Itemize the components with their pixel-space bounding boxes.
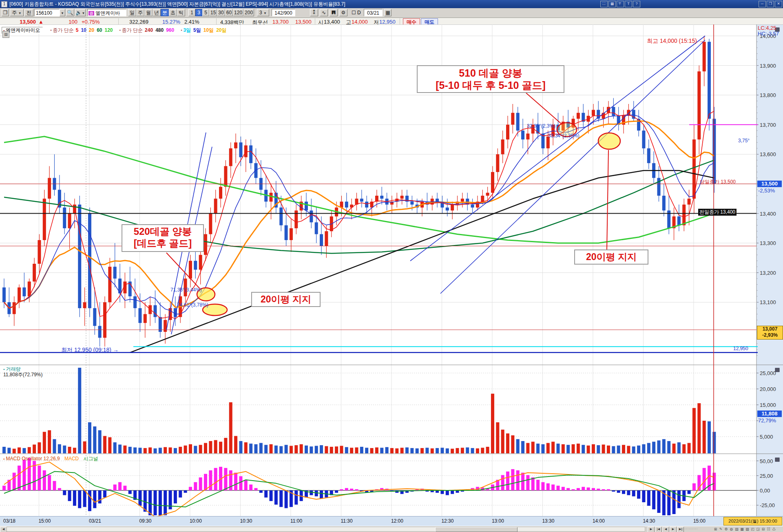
scroll-left-icon[interactable]: ◀ bbox=[0, 527, 7, 532]
statusbar-tool-icon[interactable]: ♺ bbox=[771, 527, 776, 532]
statusbar-tool-icon[interactable]: ⊞ bbox=[713, 527, 718, 532]
ma-legend-item: 20일 bbox=[216, 27, 226, 33]
interval-combo[interactable]: 3 ▼ bbox=[257, 9, 269, 16]
ma-legend-item: 3일 bbox=[183, 27, 191, 33]
period-button[interactable]: 년 bbox=[153, 9, 161, 16]
save-icon[interactable]: 🖪 bbox=[330, 9, 338, 16]
statusbar-tool-icon[interactable]: ⊟ bbox=[761, 527, 766, 532]
price-change-pct: +0.75% bbox=[82, 19, 100, 25]
time-axis-label: 14:30 bbox=[643, 518, 655, 524]
statusbar-tool-icon[interactable]: ◲ bbox=[755, 527, 761, 532]
compare-icon[interactable]: ⁑ bbox=[310, 9, 318, 16]
svg-text:50,00: 50,00 bbox=[760, 458, 773, 464]
period-button[interactable]: 일 bbox=[128, 9, 136, 16]
period-button[interactable]: 주 bbox=[136, 9, 144, 16]
minimize-icon[interactable]: ─ bbox=[759, 1, 766, 7]
svg-text:13,100: 13,100 bbox=[760, 299, 776, 305]
period-button[interactable]: 초 bbox=[169, 9, 177, 16]
period-button[interactable]: 틱 bbox=[177, 9, 185, 16]
window-menu-icon[interactable]: ❐ bbox=[2, 9, 9, 16]
ma-group1-label: 종가 단순 bbox=[53, 27, 73, 34]
turnover-pct: 15.27% bbox=[162, 19, 180, 25]
stock-type-badge: 증 bbox=[88, 11, 94, 15]
interval-button-group: 135153060120200 bbox=[188, 8, 254, 15]
annotation-support-left[interactable]: 20이평 지지 bbox=[251, 292, 321, 307]
window-title: [0600] 키움종합차트 - KOSDAQ 외국인보유[535(천)] 주식수… bbox=[9, 1, 345, 8]
time-axis-label: 15:00 bbox=[693, 518, 706, 524]
status-bar: ◀ ▶|◀◀▶▶| ·|·········· ⊞✎⚙◍▤▦▧◰◲⊟☷♺ bbox=[0, 526, 783, 532]
time-axis-label: 09:30 bbox=[139, 518, 151, 524]
playback-button[interactable]: ▶ bbox=[648, 527, 655, 532]
interval-button[interactable]: 5 bbox=[202, 9, 209, 16]
interval-button[interactable]: 15 bbox=[209, 9, 217, 16]
svg-text:5,000: 5,000 bbox=[760, 434, 773, 440]
stock-name-field[interactable]: 증 엘앤케이바 bbox=[87, 9, 126, 16]
statusbar-tool-icon[interactable]: ☷ bbox=[766, 527, 771, 532]
playback-controls: ▶|◀◀▶▶| bbox=[648, 526, 684, 532]
ma-legend-item: 5일 bbox=[193, 27, 201, 33]
chart-canvas[interactable]: 14,00013,90013,80013,70013,60013,50013,4… bbox=[0, 24, 783, 516]
ma-legend-item: 480 bbox=[155, 27, 164, 33]
interval-button[interactable]: 3 bbox=[195, 9, 202, 16]
statusbar-tool-icon[interactable]: ◍ bbox=[729, 527, 734, 532]
close-icon[interactable]: ✕ bbox=[775, 1, 782, 7]
gear-icon[interactable]: ⚙ bbox=[339, 9, 347, 16]
current-price-axis-box: 13,500 bbox=[757, 181, 782, 187]
annotation-510-box[interactable]: 510 데골 양봉[5-10 대두 후 5-10 골드] bbox=[417, 65, 564, 93]
period-button[interactable]: 분 bbox=[161, 9, 169, 16]
svg-text:20,000: 20,000 bbox=[760, 386, 776, 392]
playback-button[interactable]: |◀ bbox=[655, 527, 662, 532]
title-tool-icon[interactable]: T bbox=[625, 1, 632, 7]
interval-button[interactable]: 30 bbox=[217, 9, 225, 16]
time-axis-label: 11:30 bbox=[341, 518, 352, 524]
period-button[interactable]: 월 bbox=[144, 9, 153, 16]
low-price: 12,950 bbox=[379, 19, 396, 25]
calendar-icon[interactable]: ▦ bbox=[384, 9, 392, 16]
prevclose-line-label: 전일종가 13,400 bbox=[698, 209, 737, 216]
interval-button[interactable]: 60 bbox=[225, 9, 233, 16]
app-icon: 1 bbox=[1, 1, 7, 7]
line-style-icon[interactable]: ∿ bbox=[320, 9, 328, 16]
scrollbar-thumb[interactable] bbox=[435, 527, 518, 532]
date-field[interactable]: 03/21 bbox=[364, 9, 383, 16]
annotation-520-box[interactable]: 520데골 양봉[데드후 골드] bbox=[122, 224, 204, 252]
symbol-dropdown[interactable]: ▼ bbox=[60, 9, 65, 16]
d-checkbox[interactable]: ☐ D bbox=[352, 10, 361, 15]
ma-legend-item: 5 bbox=[76, 27, 79, 33]
svg-text:0,00: 0,00 bbox=[760, 488, 770, 494]
volume-summary: 11,808주(72.79%) bbox=[3, 371, 43, 378]
playback-button[interactable]: ▶ bbox=[670, 527, 677, 532]
time-axis-label: 12:00 bbox=[391, 518, 403, 524]
time-axis-label: 12:30 bbox=[441, 518, 453, 524]
symbol-input[interactable]: 156100 bbox=[34, 9, 60, 16]
statusbar-tool-icon[interactable]: ▤ bbox=[734, 527, 739, 532]
title-bar[interactable]: 1 [0600] 키움종합차트 - KOSDAQ 외국인보유[535(천)] 주… bbox=[0, 0, 783, 8]
interval-button[interactable]: 1 bbox=[188, 9, 195, 16]
search-icon[interactable]: 🔍 bbox=[66, 9, 74, 16]
zoom-slider[interactable]: ·|·········· bbox=[680, 528, 711, 531]
statusbar-tool-icon[interactable]: ⚙ bbox=[723, 527, 729, 532]
speaker-icon[interactable]: 🔉▼ bbox=[75, 9, 86, 16]
interval-button[interactable]: 200 bbox=[243, 9, 254, 16]
ma-group3: 3일5일10일20일 bbox=[183, 27, 229, 34]
svg-text:13,400: 13,400 bbox=[760, 211, 776, 217]
title-tool-icon[interactable]: ⛶ bbox=[600, 1, 608, 7]
title-tool-icon[interactable]: ? bbox=[633, 1, 640, 7]
playback-button[interactable]: ◀ bbox=[662, 527, 669, 532]
horizontal-scrollbar[interactable] bbox=[7, 527, 645, 532]
statusbar-tool-icon[interactable]: ▦ bbox=[739, 527, 745, 532]
statusbar-tool-icon[interactable]: ◰ bbox=[750, 527, 755, 532]
title-tool-icon[interactable]: 〒 bbox=[617, 1, 624, 7]
statusbar-tool-icon[interactable]: ✎ bbox=[718, 527, 723, 532]
trendline-angle-label: 32,35°(2,3%) bbox=[527, 123, 555, 129]
statusbar-tool-icon[interactable]: ▧ bbox=[745, 527, 750, 532]
title-tool-icon[interactable]: ▦ bbox=[608, 1, 616, 7]
interval-button[interactable]: 120 bbox=[233, 9, 243, 16]
current-volume-axis-box: 11,808 bbox=[757, 411, 782, 417]
maximize-icon[interactable]: ❐ bbox=[767, 1, 774, 7]
market-combo[interactable]: 주 ▼ bbox=[10, 9, 24, 16]
annotation-support-right[interactable]: 20이평 지지 bbox=[574, 249, 648, 265]
chart-tool-chip[interactable]: ▤ bbox=[2, 31, 9, 38]
title-toolbar-icons: ⛶▦〒T? bbox=[599, 1, 640, 7]
jeon-button[interactable]: 전 bbox=[24, 9, 33, 16]
